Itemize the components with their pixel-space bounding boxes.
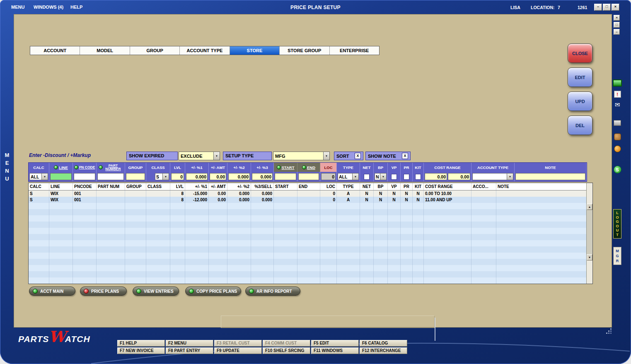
show-note-checkbox[interactable]: X (402, 153, 408, 159)
palette-icon[interactable] (614, 133, 621, 140)
col-header-start[interactable]: START (274, 163, 297, 172)
f6-key-button[interactable]: F6 CATALOG (360, 340, 407, 347)
rail-minimize-button[interactable]: – (614, 29, 620, 35)
chevron-down-icon[interactable]: ▼ (162, 174, 169, 180)
f10-key-button[interactable]: F10 SHELF SRCING (263, 347, 310, 354)
rail-close-button[interactable]: × (614, 15, 620, 21)
note-filter-input[interactable] (515, 173, 585, 180)
cost-to-input[interactable] (448, 173, 470, 180)
class-filter-select[interactable]: S▼ (155, 173, 169, 180)
chevron-down-icon[interactable]: ▼ (352, 174, 358, 180)
rail-restore-button[interactable]: □ (614, 22, 620, 28)
close-window-button[interactable]: × (612, 4, 619, 11)
f12-key-button[interactable]: F12 INTERCHANGE (360, 347, 407, 354)
entry-header-row: CALCLINEPN CODEPART NUMBERGROUPCLASSLVL+… (29, 163, 587, 172)
copy-price-plans-button[interactable]: COPY PRICE PLANS (185, 287, 241, 296)
tab-store[interactable]: STORE (230, 46, 280, 55)
grid-cell (170, 271, 185, 277)
col-header-end[interactable]: END (297, 163, 320, 172)
acct-main-button[interactable]: ACCT MAIN (29, 287, 75, 296)
grid-col-header-pr: PR (401, 183, 413, 190)
close-button[interactable]: CLOSE (568, 43, 592, 63)
grid-cell: 0.000 (227, 190, 251, 197)
view-entries-button[interactable]: VIEW ENTRIES (133, 287, 179, 296)
grid-cell (496, 228, 586, 234)
pct2-filter-input[interactable] (228, 173, 250, 180)
f8-key-button[interactable]: F8 PART ENTRY (166, 347, 213, 354)
f11-key-button[interactable]: F11 WINDOWS (311, 347, 359, 354)
menu-rail-button[interactable]: MENU (3, 151, 11, 183)
net-checkbox[interactable] (364, 174, 370, 180)
amt-filter-input[interactable] (210, 173, 226, 180)
globe-icon[interactable] (614, 145, 621, 152)
part-number-filter-input[interactable] (97, 173, 124, 180)
scrollbar-track[interactable] (587, 210, 592, 254)
lvl-filter-input[interactable] (171, 173, 184, 180)
f3-key-button[interactable]: F3 RETAIL CUST (214, 340, 262, 347)
scroll-up-icon[interactable]: ▲ (587, 204, 592, 210)
f5-key-button[interactable]: F5 EDIT (311, 340, 359, 347)
col-header-line[interactable]: LINE (49, 163, 73, 172)
tab-enterprise[interactable]: ENTERPRISE (330, 46, 379, 55)
tab-account[interactable]: ACCOUNT (30, 46, 80, 55)
loc-input[interactable] (321, 173, 336, 180)
mgr-button[interactable]: MGR (613, 247, 621, 265)
end-date-input[interactable] (298, 173, 319, 180)
col-header-part-number[interactable]: PART NUMBER (97, 163, 125, 172)
resize-grip[interactable] (606, 328, 612, 335)
monitor-icon[interactable] (613, 80, 622, 87)
f2-key-button[interactable]: F2 MENU (166, 340, 213, 347)
f1-key-button[interactable]: F1 HELP (117, 340, 165, 347)
vp-checkbox[interactable] (391, 174, 397, 180)
mail-icon[interactable]: ✉ (615, 101, 620, 108)
pct3-filter-input[interactable] (252, 173, 273, 180)
chevron-down-icon[interactable]: ▼ (380, 174, 386, 180)
grid-row-0[interactable]: SWIX0018-15.0000.000.0000.0000ANNNNN0.00… (29, 190, 586, 197)
calc-filter-select[interactable]: ALL▼ (29, 173, 48, 180)
setup-type-select[interactable]: MFG ▼ (273, 152, 330, 160)
alert-icon[interactable]: ! (614, 91, 621, 98)
chevron-down-icon[interactable]: ▼ (41, 174, 48, 180)
account-type-select[interactable]: ▼ (472, 173, 513, 180)
chevron-down-icon[interactable]: ▼ (323, 152, 329, 160)
upd-button[interactable]: UPD (568, 92, 592, 111)
f9-key-button[interactable]: F9 UPDATE (214, 347, 262, 354)
group-filter-input[interactable] (126, 173, 145, 180)
bp-select[interactable]: N▼ (375, 173, 387, 180)
minimize-window-button[interactable]: – (594, 4, 602, 11)
maximize-window-button[interactable]: □ (603, 4, 611, 11)
dollar-icon[interactable]: S (614, 166, 621, 174)
del-button[interactable]: DEL (568, 116, 592, 135)
tab-group[interactable]: GROUP (130, 46, 180, 55)
col-header-type: TYPE (337, 163, 360, 172)
f7-key-button[interactable]: F7 NEW INVOICE (117, 347, 165, 354)
scroll-down-icon[interactable]: ▼ (587, 254, 592, 260)
grid-cell (337, 234, 360, 240)
edit-button[interactable]: EDIT (568, 67, 592, 87)
show-expired-select[interactable]: EXCLUDE ▼ (179, 152, 220, 160)
pr-checkbox[interactable] (404, 174, 409, 180)
pncode-filter-input[interactable] (74, 173, 95, 180)
chevron-down-icon[interactable]: ▼ (507, 174, 513, 180)
grid-cell (496, 209, 586, 215)
ar-info-report-button[interactable]: AR INFO REPORT (245, 287, 300, 296)
type-filter-select[interactable]: ALL▼ (338, 173, 359, 180)
grid-cell (413, 240, 424, 246)
start-date-input[interactable] (275, 173, 296, 180)
pct1-filter-input[interactable] (186, 173, 208, 180)
price-plans-button[interactable]: PRICE PLANS (80, 287, 127, 296)
kit-checkbox[interactable] (415, 174, 421, 180)
tab-model[interactable]: MODEL (80, 46, 130, 55)
scrollbar[interactable]: ▲ ▼ (586, 183, 592, 284)
printer-icon[interactable] (614, 120, 621, 126)
tab-store-group[interactable]: STORE GROUP (280, 46, 329, 55)
logout-button[interactable]: LOGOUT (613, 209, 621, 239)
col-header-pn-code[interactable]: PN CODE (73, 163, 97, 172)
tab-account-type[interactable]: ACCOUNT TYPE (180, 46, 230, 55)
cost-from-input[interactable] (425, 173, 447, 180)
line-filter-input[interactable] (50, 173, 72, 180)
f4-key-button[interactable]: F4 COMM CUST (263, 340, 310, 347)
sort-checkbox[interactable]: X (355, 153, 361, 159)
chevron-down-icon[interactable]: ▼ (213, 152, 220, 160)
grid-row-1[interactable]: SWIX0018-12.0000.000.0000.0000ANNNNN11.0… (29, 197, 586, 203)
